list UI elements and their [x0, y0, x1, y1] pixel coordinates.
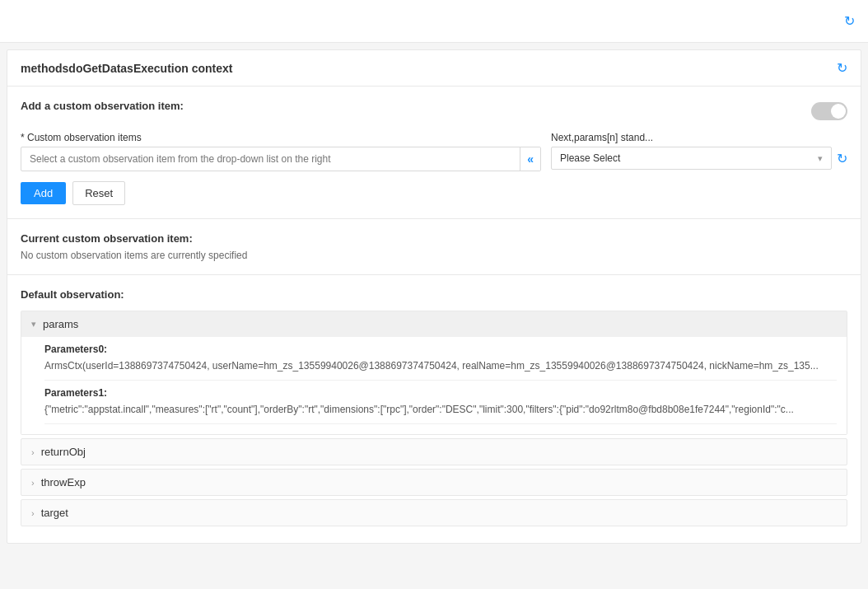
chevron-down-icon: ▾	[818, 153, 823, 164]
params-tree-content: Parameters0: ArmsCtx(userId=138869737475…	[21, 337, 847, 434]
select-group: Next,params[n] stand... Please Select ▾ …	[551, 132, 847, 170]
params-chevron-down-icon: ▾	[31, 319, 36, 330]
param-row-0: Parameters0: ArmsCtx(userId=138869737475…	[44, 337, 837, 381]
default-obs-title: Default observation:	[21, 288, 847, 301]
param-row-1: Parameters1: {"metric":"appstat.incall",…	[44, 381, 837, 424]
target-label: target	[41, 507, 68, 519]
add-observation-section: Add a custom observation item: * Custom …	[7, 86, 861, 219]
return-obj-label: returnObj	[41, 446, 86, 458]
toggle-switch[interactable]	[811, 102, 847, 120]
params-label: params	[43, 318, 78, 330]
custom-items-input[interactable]	[21, 148, 520, 170]
no-items-text: No custom observation items are currentl…	[21, 250, 847, 261]
arrow-button[interactable]: «	[520, 147, 540, 171]
add-button[interactable]: Add	[21, 182, 66, 204]
current-obs-title: Current custom observation item:	[21, 232, 847, 245]
panel-header: methodsdoGetDatasExecution context ↻	[7, 50, 861, 86]
throw-exp-tree-header[interactable]: › throwExp	[21, 470, 847, 495]
custom-items-group: * Custom observation items «	[21, 132, 541, 171]
custom-items-input-wrapper: «	[21, 147, 541, 171]
return-obj-chevron-right-icon: ›	[31, 447, 35, 457]
throw-exp-chevron-right-icon: ›	[31, 478, 35, 488]
throw-exp-label: throwExp	[41, 476, 86, 488]
custom-items-label: * Custom observation items	[21, 132, 541, 143]
params-tree-header[interactable]: ▾ params	[21, 311, 847, 337]
default-obs-section: Default observation: ▾ params Parameters…	[7, 275, 861, 543]
return-obj-tree-item: › returnObj	[21, 438, 847, 465]
select-with-refresh: Please Select ▾ ↻	[551, 147, 847, 170]
target-tree-item: › target	[21, 499, 847, 526]
return-obj-tree-header[interactable]: › returnObj	[21, 439, 847, 465]
param-label-0: Parameters0:	[44, 344, 837, 355]
panel-title: methodsdoGetDatasExecution context	[21, 62, 233, 75]
panel-refresh-icon[interactable]: ↻	[837, 60, 847, 76]
select-value: Please Select	[560, 152, 620, 164]
select-refresh-icon[interactable]: ↻	[837, 151, 847, 166]
current-obs-section: Current custom observation item: No cust…	[7, 219, 861, 275]
throw-exp-tree-item: › throwExp	[21, 469, 847, 496]
param-value-1: {"metric":"appstat.incall","measures":["…	[44, 402, 837, 417]
please-select-dropdown[interactable]: Please Select ▾	[551, 147, 832, 170]
select-hint: Next,params[n] stand...	[551, 132, 847, 143]
add-section-title: Add a custom observation item:	[21, 100, 184, 112]
params-tree-item: ▾ params Parameters0: ArmsCtx(userId=138…	[21, 311, 847, 435]
reset-button[interactable]: Reset	[72, 181, 125, 205]
top-refresh-icon[interactable]: ↻	[844, 13, 855, 29]
param-value-0: ArmsCtx(userId=1388697374750424, userNam…	[44, 358, 837, 373]
param-label-1: Parameters1:	[44, 387, 837, 399]
target-chevron-right-icon: ›	[31, 508, 35, 518]
target-tree-header[interactable]: › target	[21, 500, 847, 526]
